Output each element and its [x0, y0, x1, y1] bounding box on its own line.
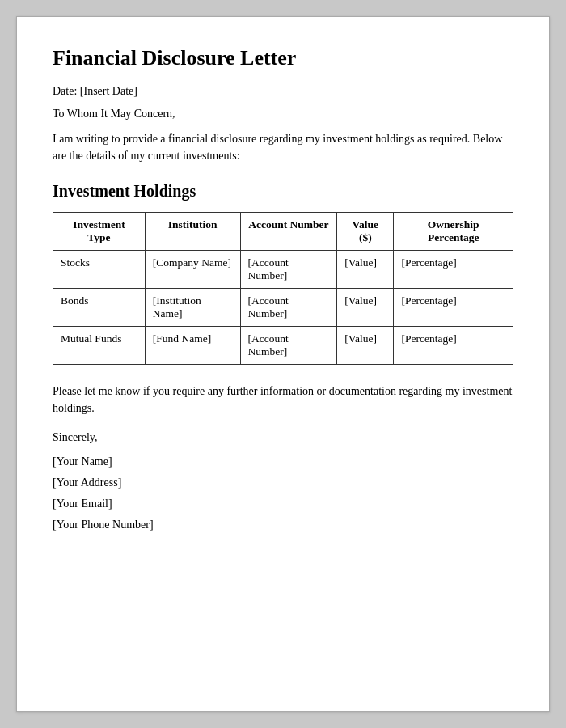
- table-row: Stocks[Company Name][Account Number][Val…: [53, 251, 513, 289]
- investment-table: Investment Type Institution Account Numb…: [53, 212, 513, 365]
- section-title: Investment Holdings: [53, 182, 513, 201]
- intro-text: I am writing to provide a financial disc…: [53, 130, 513, 164]
- document-title: Financial Disclosure Letter: [53, 46, 513, 70]
- cell-account-number: [Account Number]: [240, 289, 337, 327]
- sincerely-label: Sincerely,: [53, 431, 513, 444]
- col-header-value: Value ($): [337, 213, 394, 251]
- cell-investment-type: Mutual Funds: [53, 327, 146, 365]
- closing-text: Please let me know if you require any fu…: [53, 383, 513, 417]
- date-line: Date: [Insert Date]: [53, 85, 513, 98]
- table-row: Bonds[Institution Name][Account Number][…: [53, 289, 513, 327]
- cell-account-number: [Account Number]: [240, 251, 337, 289]
- your-email: [Your Email]: [53, 497, 513, 510]
- cell-ownership: [Percentage]: [394, 289, 513, 327]
- cell-institution: [Institution Name]: [145, 289, 240, 327]
- salutation: To Whom It May Concern,: [53, 108, 513, 121]
- cell-value: [Value]: [337, 289, 394, 327]
- cell-institution: [Company Name]: [145, 251, 240, 289]
- cell-value: [Value]: [337, 327, 394, 365]
- cell-value: [Value]: [337, 251, 394, 289]
- col-header-account-number: Account Number: [240, 213, 337, 251]
- cell-investment-type: Bonds: [53, 289, 146, 327]
- cell-account-number: [Account Number]: [240, 327, 337, 365]
- table-row: Mutual Funds[Fund Name][Account Number][…: [53, 327, 513, 365]
- cell-ownership: [Percentage]: [394, 251, 513, 289]
- cell-investment-type: Stocks: [53, 251, 146, 289]
- col-header-investment-type: Investment Type: [53, 213, 146, 251]
- your-phone: [Your Phone Number]: [53, 518, 513, 531]
- your-address: [Your Address]: [53, 476, 513, 489]
- cell-ownership: [Percentage]: [394, 327, 513, 365]
- col-header-ownership: Ownership Percentage: [394, 213, 513, 251]
- cell-institution: [Fund Name]: [145, 327, 240, 365]
- signature-block: [Your Name] [Your Address] [Your Email] …: [53, 455, 513, 531]
- table-header-row: Investment Type Institution Account Numb…: [53, 213, 513, 251]
- col-header-institution: Institution: [145, 213, 240, 251]
- document-page: Financial Disclosure Letter Date: [Inser…: [16, 16, 550, 712]
- your-name: [Your Name]: [53, 455, 513, 468]
